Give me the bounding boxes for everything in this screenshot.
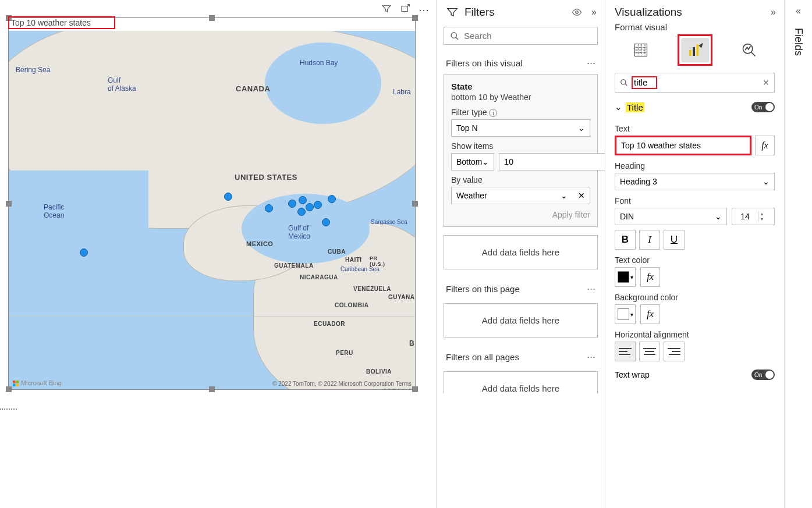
map-data-point[interactable] xyxy=(328,195,336,203)
collapse-pane-icon[interactable]: » xyxy=(591,7,597,17)
format-visual-label: Format visual xyxy=(605,22,784,32)
map-data-point[interactable] xyxy=(322,218,330,226)
filter-search-input[interactable] xyxy=(464,31,591,41)
analytics-tab[interactable] xyxy=(735,38,763,62)
align-left-button[interactable] xyxy=(615,342,636,361)
filter-field-name: State xyxy=(451,81,590,91)
map-data-point[interactable] xyxy=(314,201,322,209)
fields-pane-collapsed: « Fields xyxy=(784,0,812,508)
chevron-down-icon: ⌄ xyxy=(615,102,622,112)
format-search[interactable]: ✕ xyxy=(615,73,775,93)
expand-pane-icon[interactable]: « xyxy=(796,6,801,16)
underline-button[interactable]: U xyxy=(664,230,685,250)
show-items-label: Show items xyxy=(451,141,590,151)
title-toggle[interactable]: On xyxy=(751,102,775,112)
map-data-point[interactable] xyxy=(306,203,314,211)
text-color-fx-button[interactable]: fx xyxy=(640,267,660,287)
build-visual-tab[interactable] xyxy=(627,38,655,62)
svg-rect-0 xyxy=(402,6,408,12)
bold-button[interactable]: B xyxy=(615,230,636,250)
title-text-input[interactable] xyxy=(615,136,751,155)
decrement-icon[interactable]: ▾ xyxy=(758,216,765,222)
by-value-label: By value xyxy=(451,175,590,184)
bg-color-label: Background color xyxy=(615,293,775,302)
bg-color-fx-button[interactable]: fx xyxy=(640,304,660,324)
increment-icon[interactable]: ▴ xyxy=(758,211,765,216)
text-wrap-toggle[interactable]: On xyxy=(751,370,775,380)
chevron-down-icon: ⌄ xyxy=(578,123,585,133)
filter-icon xyxy=(446,6,459,19)
filter-search[interactable] xyxy=(444,27,598,45)
chevron-down-icon: ⌄ xyxy=(482,157,489,166)
text-color-label: Text color xyxy=(615,255,775,265)
chevron-down-icon: ⌄ xyxy=(561,191,568,200)
title-section-header[interactable]: ⌄ Title On xyxy=(605,96,784,118)
search-icon xyxy=(620,79,628,87)
clear-field-icon[interactable]: ✕ xyxy=(578,191,585,200)
visualizations-heading: Visualizations xyxy=(615,6,771,19)
font-label: Font xyxy=(615,196,775,205)
heading-select[interactable]: Heading 3⌄ xyxy=(615,173,775,190)
filter-card-state[interactable]: State bottom 10 by Weather Filter typei … xyxy=(444,74,598,227)
filters-page-section: Filters on this page xyxy=(446,284,520,294)
map-data-point[interactable] xyxy=(299,196,307,204)
font-family-select[interactable]: DIN⌄ xyxy=(615,208,727,225)
map-data-point[interactable] xyxy=(80,248,88,257)
title-text-label: Text xyxy=(615,124,775,133)
map-visual[interactable]: Top 10 weather states CANADA UNITED STAT… xyxy=(8,17,416,390)
focus-mode-icon[interactable] xyxy=(400,3,410,16)
svg-rect-3 xyxy=(13,384,16,387)
show-items-count[interactable] xyxy=(499,153,611,170)
fields-label[interactable]: Fields xyxy=(792,28,804,56)
chevron-down-icon: ▾ xyxy=(630,311,633,318)
chevron-down-icon: ▾ xyxy=(630,274,633,280)
more-options-icon[interactable]: ⋯ xyxy=(587,283,595,294)
map-area[interactable]: CANADA UNITED STATES MEXICO Hudson Bay G… xyxy=(9,31,415,389)
map-data-point[interactable] xyxy=(224,193,232,201)
by-value-field[interactable]: Weather ⌄ ✕ xyxy=(451,187,590,204)
svg-rect-10 xyxy=(696,44,698,56)
align-center-button[interactable] xyxy=(639,342,660,361)
chevron-down-icon: ⌄ xyxy=(715,212,722,221)
add-data-fields-visual[interactable]: Add data fields here xyxy=(444,235,598,269)
add-data-fields-all[interactable]: Add data fields here xyxy=(444,371,598,393)
clear-search-icon[interactable]: ✕ xyxy=(763,78,770,87)
canvas-separator xyxy=(0,408,17,410)
svg-rect-4 xyxy=(16,384,19,387)
chevron-down-icon: ⌄ xyxy=(763,177,770,186)
title-section-label: Title xyxy=(626,102,644,112)
font-size-stepper[interactable]: ▴▾ xyxy=(732,208,775,225)
info-icon[interactable]: i xyxy=(489,109,497,117)
add-data-fields-page[interactable]: Add data fields here xyxy=(444,303,598,338)
filter-icon[interactable] xyxy=(381,3,392,16)
show-items-direction[interactable]: Bottom ⌄ xyxy=(451,153,494,170)
align-right-button[interactable] xyxy=(664,342,685,361)
svg-rect-1 xyxy=(13,381,16,383)
map-data-point[interactable] xyxy=(288,200,296,208)
svg-point-5 xyxy=(576,11,579,14)
map-attribution-right[interactable]: © 2022 TomTom, © 2022 Microsoft Corporat… xyxy=(272,381,412,387)
title-text-fx-button[interactable]: fx xyxy=(755,136,775,155)
filter-type-label: Filter typei xyxy=(451,108,590,117)
apply-filter-button[interactable]: Apply filter xyxy=(451,210,590,219)
h-align-label: Horizontal alignment xyxy=(615,330,775,339)
svg-rect-2 xyxy=(16,381,19,383)
more-options-icon[interactable]: ⋯ xyxy=(587,58,595,68)
heading-label: Heading xyxy=(615,161,775,170)
format-visual-tab[interactable] xyxy=(681,38,709,62)
eye-icon[interactable] xyxy=(572,7,582,17)
collapse-pane-icon[interactable]: » xyxy=(771,7,776,17)
filters-visual-section: Filters on this visual xyxy=(446,58,523,68)
map-data-point[interactable] xyxy=(265,204,273,212)
map-data-point[interactable] xyxy=(297,208,306,216)
format-search-input[interactable] xyxy=(634,77,655,87)
more-options-icon[interactable]: ⋯ xyxy=(587,351,595,362)
bg-color-picker[interactable]: ▾ xyxy=(615,304,636,324)
filter-type-select[interactable]: Top N ⌄ xyxy=(451,119,590,137)
text-color-picker[interactable]: ▾ xyxy=(615,267,636,287)
map-attribution-left: Microsoft Bing xyxy=(12,379,62,387)
filters-pane: Filters » Filters on this visual ⋯ State… xyxy=(436,0,605,508)
more-options-icon[interactable]: ⋯ xyxy=(419,3,429,16)
italic-button[interactable]: I xyxy=(639,230,660,250)
report-canvas: ⋯ Top 10 weather states CANADA UNITED ST… xyxy=(0,0,436,508)
